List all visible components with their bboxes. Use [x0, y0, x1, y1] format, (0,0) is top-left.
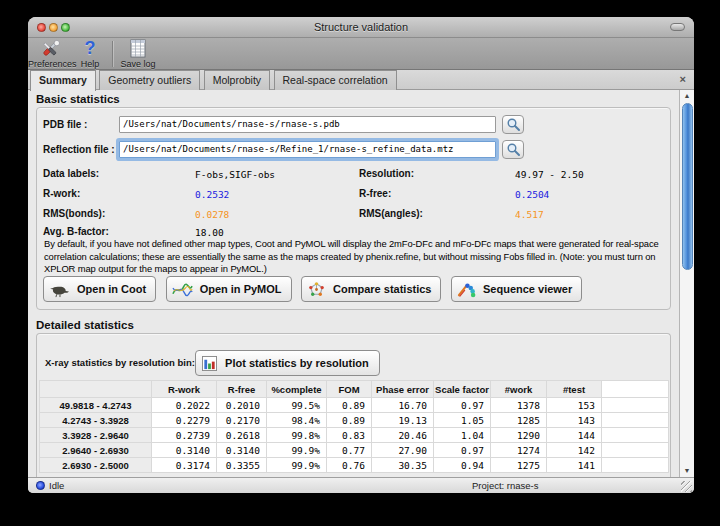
plot-statistics-button[interactable]: Plot statistics by resolution: [195, 350, 380, 376]
status-led-icon: [36, 481, 45, 490]
scroll-up-arrow-icon[interactable]: ▲: [680, 90, 694, 102]
table-cell: 0.89: [327, 398, 372, 413]
bin-range-cell: 2.9640 - 2.6930: [40, 443, 152, 458]
reflection-browse-button[interactable]: [502, 140, 524, 159]
toolbar-toggle-button[interactable]: [670, 23, 685, 31]
scrollbar-thumb[interactable]: [682, 103, 693, 270]
save-log-button[interactable]: Save log: [116, 39, 160, 69]
resolution-label: Resolution:: [359, 168, 414, 179]
toolbar-separator: [112, 41, 113, 67]
table-cell: 0.2279: [152, 413, 217, 428]
table-cell: 1285: [491, 413, 547, 428]
help-question-icon: ?: [74, 39, 106, 59]
structure-validation-window: Structure validation Preferences: [28, 17, 694, 493]
help-button[interactable]: ? Help: [74, 39, 106, 69]
tab-geometry-outliers[interactable]: Geometry outliers: [99, 70, 200, 90]
table-cell: 1.05: [434, 413, 491, 428]
window-title: Structure validation: [28, 21, 694, 33]
open-in-coot-label: Open in Coot: [77, 283, 146, 295]
table-cell: 0.94: [434, 458, 491, 473]
vertical-scrollbar[interactable]: ▲ ▼: [679, 90, 694, 477]
molecule-icon: [307, 281, 326, 298]
plot-statistics-label: Plot statistics by resolution: [225, 357, 369, 369]
save-log-label: Save log: [116, 59, 160, 69]
summary-panel: Basic statistics PDB file : /Users/nat/D…: [28, 90, 679, 477]
scroll-down-arrow-icon[interactable]: ▼: [680, 465, 694, 477]
table-cell: 0.3355: [217, 458, 267, 473]
resolution-table-head: R-workR-free%completeFOMPhase errorScale…: [40, 381, 669, 398]
table-row[interactable]: 49.9818 - 4.27430.20220.201099.5%0.8916.…: [40, 398, 669, 413]
sequence-viewer-label: Sequence viewer: [483, 283, 572, 295]
table-cell: 0.3140: [217, 443, 267, 458]
tab-real-space-correlation[interactable]: Real-space correlation: [274, 70, 397, 90]
bin-range-cell: 49.9818 - 4.2743: [40, 398, 152, 413]
table-header-cell: R-work: [152, 381, 217, 398]
resolution-value: 49.97 - 2.50: [515, 169, 584, 180]
project-name-text: Project: rnase-s: [472, 480, 539, 491]
detailed-statistics-heading: Detailed statistics: [36, 319, 134, 331]
table-cell: 99.5%: [267, 398, 327, 413]
basic-statistics-heading: Basic statistics: [36, 93, 120, 105]
tab-bar: Summary Geometry outliers Molprobity Rea…: [28, 70, 694, 90]
table-header-cell: [40, 381, 152, 398]
table-cell: 16.70: [372, 398, 434, 413]
preferences-label: Preferences: [28, 59, 72, 69]
table-cell: 0.2170: [217, 413, 267, 428]
table-header-cell: #work: [491, 381, 547, 398]
close-tab-icon[interactable]: ×: [680, 73, 686, 85]
avg-b-factor-label: Avg. B-factor:: [43, 226, 109, 237]
table-header-filler: [602, 381, 669, 398]
basic-statistics-groupbox: PDB file : /Users/nat/Documents/rnase-s/…: [36, 107, 671, 310]
magnifier-icon: [506, 142, 521, 157]
preferences-tools-icon: [28, 39, 72, 59]
avg-b-factor-value: 18.00: [195, 227, 224, 238]
status-text: Idle: [49, 480, 64, 491]
rms-angles-value: 4.517: [515, 209, 544, 220]
table-header-cell: #test: [547, 381, 602, 398]
titlebar: Structure validation: [28, 17, 694, 38]
table-cell: 0.3140: [152, 443, 217, 458]
table-cell: 19.13: [372, 413, 434, 428]
sequence-viewer-button[interactable]: Sequence viewer: [451, 276, 582, 302]
tab-molprobity[interactable]: Molprobity: [204, 70, 270, 90]
pdb-browse-button[interactable]: [502, 115, 524, 134]
r-free-value: 0.2504: [515, 189, 549, 200]
pdb-file-label: PDB file :: [43, 119, 87, 130]
open-in-coot-button[interactable]: Open in Coot: [43, 276, 156, 302]
table-cell: 20.46: [372, 428, 434, 443]
bin-range-cell: 2.6930 - 2.5000: [40, 458, 152, 473]
maps-note-text: By default, if you have not defined othe…: [44, 238, 666, 276]
resolution-table-body: 49.9818 - 4.27430.20220.201099.5%0.8916.…: [40, 398, 669, 473]
table-cell: 99.9%: [267, 458, 327, 473]
pdb-file-field[interactable]: /Users/nat/Documents/rnase-s/rnase-s.pdb: [119, 116, 496, 133]
table-cell: 0.3174: [152, 458, 217, 473]
resize-grip[interactable]: [681, 481, 692, 492]
rms-bonds-value: 0.0278: [195, 209, 229, 220]
magnifier-icon: [506, 117, 521, 132]
status-bar: Idle Project: rnase-s: [28, 477, 694, 493]
table-cell: 99.8%: [267, 428, 327, 443]
open-in-pymol-button[interactable]: Open in PyMOL: [166, 276, 292, 302]
table-cell: 98.4%: [267, 413, 327, 428]
table-row[interactable]: 2.6930 - 2.50000.31740.335599.9%0.7630.3…: [40, 458, 669, 473]
compare-statistics-button[interactable]: Compare statistics: [301, 276, 442, 302]
table-cell: 0.97: [434, 443, 491, 458]
detailed-statistics-groupbox: X-ray statistics by resolution bin: Plot…: [36, 333, 671, 477]
tab-summary[interactable]: Summary: [30, 70, 96, 91]
table-cell: 141: [547, 458, 602, 473]
bar-chart-icon: [202, 356, 217, 371]
table-header-cell: Scale factor: [434, 381, 491, 398]
table-cell: 0.97: [434, 398, 491, 413]
r-work-label: R-work:: [43, 188, 80, 199]
table-cell-filler: [602, 458, 669, 473]
save-log-spreadsheet-icon: [116, 39, 160, 59]
table-cell-filler: [602, 428, 669, 443]
preferences-button[interactable]: Preferences: [28, 39, 72, 69]
reflection-file-field[interactable]: /Users/nat/Documents/rnase-s/Refine_1/rn…: [119, 141, 496, 158]
table-cell: 1378: [491, 398, 547, 413]
coot-bird-icon: [49, 283, 70, 298]
open-in-pymol-label: Open in PyMOL: [200, 283, 282, 295]
table-row[interactable]: 4.2743 - 3.39280.22790.217098.4%0.8919.1…: [40, 413, 669, 428]
table-row[interactable]: 2.9640 - 2.69300.31400.314099.9%0.7727.9…: [40, 443, 669, 458]
table-row[interactable]: 3.3928 - 2.96400.27390.261899.8%0.8320.4…: [40, 428, 669, 443]
